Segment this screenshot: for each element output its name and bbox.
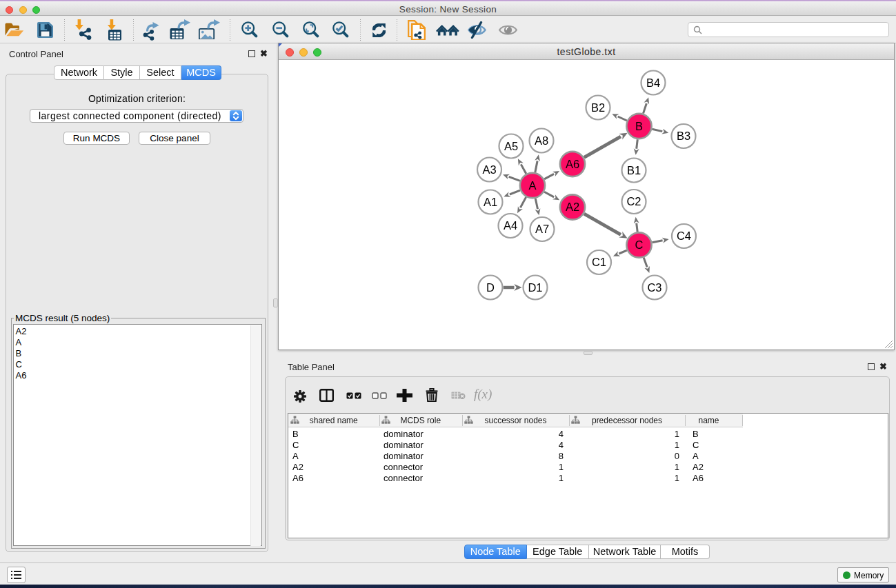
svg-text:B3: B3 <box>677 130 690 142</box>
svg-text:A3: A3 <box>482 163 496 176</box>
svg-text:D: D <box>486 281 495 294</box>
svg-text:A5: A5 <box>504 140 518 152</box>
svg-text:C2: C2 <box>626 195 641 207</box>
svg-text:B: B <box>635 120 643 132</box>
svg-text:C3: C3 <box>647 281 661 294</box>
svg-text:C1: C1 <box>592 256 606 268</box>
svg-text:B4: B4 <box>646 77 660 89</box>
svg-text:A8: A8 <box>535 134 548 147</box>
svg-text:A2: A2 <box>566 201 579 213</box>
svg-text:B2: B2 <box>591 101 605 114</box>
svg-text:A1: A1 <box>484 196 497 208</box>
svg-text:A6: A6 <box>566 158 579 170</box>
svg-text:A: A <box>528 179 536 192</box>
svg-text:A4: A4 <box>504 219 517 232</box>
svg-text:C: C <box>635 239 644 251</box>
svg-text:B1: B1 <box>627 164 641 176</box>
svg-text:D1: D1 <box>528 281 542 294</box>
svg-text:A7: A7 <box>535 223 549 235</box>
svg-text:C4: C4 <box>677 230 691 242</box>
